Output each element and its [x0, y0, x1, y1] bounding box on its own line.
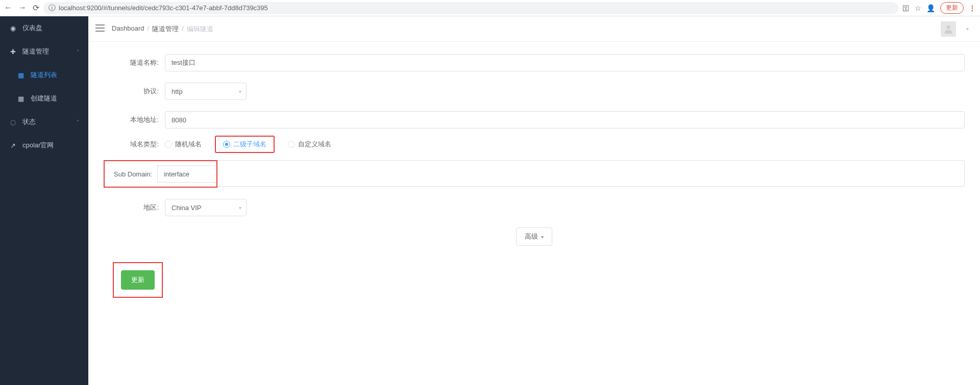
breadcrumb: Dashboard / 隧道管理 / 编辑隧道 — [112, 24, 213, 34]
edit-tunnel-form: 隧道名称: 协议: ▾ 本地地址: — [88, 42, 980, 313]
sidebar-item-label: 状态 — [22, 117, 36, 126]
star-icon[interactable]: ☆ — [915, 4, 921, 12]
chevron-up-icon: ˄ — [77, 49, 79, 55]
browser-update-button[interactable]: 更新 — [940, 2, 964, 14]
dashboard-icon: ◉ — [9, 24, 16, 32]
local-addr-input[interactable] — [165, 111, 965, 129]
hamburger-icon[interactable] — [95, 24, 105, 33]
advanced-button[interactable]: 高级 ▾ — [516, 227, 552, 246]
domain-type-label: 域名类型: — [104, 140, 165, 149]
tunnel-name-input[interactable] — [165, 54, 965, 71]
domain-type-radio-group: 随机域名 二级子域名 自定义域名 — [165, 140, 965, 149]
reload-icon[interactable]: ⟳ — [33, 3, 39, 13]
protocol-value[interactable] — [165, 83, 247, 100]
subdomain-input-rest[interactable] — [217, 160, 965, 187]
breadcrumb-current: 编辑隧道 — [187, 24, 213, 34]
plus-circle-icon: ✚ — [9, 48, 16, 56]
svg-point-0 — [946, 25, 950, 29]
sidebar-item-label: 隧道列表 — [31, 70, 57, 80]
advanced-label: 高级 — [525, 232, 538, 241]
topbar: Dashboard / 隧道管理 / 编辑隧道 ▾ — [88, 16, 980, 42]
tunnel-name-label: 隧道名称: — [104, 58, 165, 67]
sidebar-item-create-tunnel[interactable]: ▦ 创建隧道 — [0, 87, 88, 110]
radio-random-domain[interactable]: 随机域名 — [165, 140, 202, 149]
avatar[interactable] — [941, 21, 956, 37]
chevron-down-icon: ˅ — [77, 119, 79, 125]
refresh-icon: ◌ — [9, 118, 16, 126]
grid-icon: ▦ — [17, 71, 24, 79]
sidebar-item-label: 创建隧道 — [31, 94, 57, 103]
subdomain-label: Sub Domain: — [109, 170, 157, 178]
key-icon[interactable]: ⚿ — [902, 4, 910, 12]
caret-down-icon[interactable]: ▾ — [966, 26, 969, 32]
subdomain-input[interactable] — [157, 165, 216, 183]
radio-label: 二级子域名 — [233, 140, 266, 149]
profile-icon[interactable]: 👤 — [926, 4, 935, 12]
sidebar-item-label: 隧道管理 — [22, 47, 49, 56]
site-info-icon[interactable]: ⓘ — [48, 4, 56, 13]
local-addr-label: 本地地址: — [104, 115, 165, 124]
sidebar-item-status[interactable]: ◌ 状态 ˅ — [0, 110, 88, 134]
sidebar-item-label: 仪表盘 — [22, 23, 42, 33]
breadcrumb-sep: / — [182, 24, 184, 34]
sidebar-item-label: cpolar官网 — [22, 141, 54, 150]
external-link-icon: ↗ — [9, 142, 16, 149]
more-menu-icon[interactable]: ⋮ — [969, 4, 976, 12]
highlight-box: 二级子域名 — [215, 136, 275, 153]
highlight-box: 更新 — [113, 262, 163, 298]
region-label: 地区: — [104, 203, 165, 212]
breadcrumb-item[interactable]: Dashboard — [112, 24, 144, 34]
radio-subdomain[interactable]: 二级子域名 — [223, 140, 266, 149]
radio-circle-icon — [165, 141, 172, 148]
browser-toolbar: ← → ⟳ ⓘ localhost:9200/#/tunnels/edit/ce… — [0, 0, 980, 16]
sidebar-item-official-site[interactable]: ↗ cpolar官网 — [0, 134, 88, 157]
highlight-box: Sub Domain: — [104, 160, 217, 188]
radio-label: 自定义域名 — [298, 140, 331, 149]
region-select[interactable]: ▾ — [165, 199, 247, 216]
radio-custom-domain[interactable]: 自定义域名 — [288, 140, 331, 149]
radio-circle-icon — [223, 141, 230, 148]
submit-button[interactable]: 更新 — [121, 270, 155, 290]
radio-label: 随机域名 — [175, 140, 202, 149]
region-value[interactable] — [165, 199, 247, 216]
breadcrumb-sep: / — [148, 24, 150, 34]
sidebar-item-dashboard[interactable]: ◉ 仪表盘 — [0, 16, 88, 40]
protocol-select[interactable]: ▾ — [165, 83, 247, 100]
sidebar: ◉ 仪表盘 ✚ 隧道管理 ˄ ▦ 隧道列表 ▦ 创建隧道 ◌ 状态 ˅ ↗ cp… — [0, 16, 88, 385]
protocol-label: 协议: — [104, 87, 165, 96]
grid-icon: ▦ — [17, 95, 24, 102]
url-text[interactable]: localhost:9200/#/tunnels/edit/cedc793c-c… — [59, 4, 268, 12]
sidebar-item-tunnel-list[interactable]: ▦ 隧道列表 — [0, 63, 88, 87]
radio-circle-icon — [288, 141, 295, 148]
caret-down-icon: ▾ — [541, 234, 544, 240]
back-icon[interactable]: ← — [4, 3, 12, 13]
breadcrumb-item[interactable]: 隧道管理 — [152, 24, 179, 34]
forward-icon[interactable]: → — [18, 3, 27, 13]
sidebar-item-tunnel-mgmt[interactable]: ✚ 隧道管理 ˄ — [0, 40, 88, 63]
